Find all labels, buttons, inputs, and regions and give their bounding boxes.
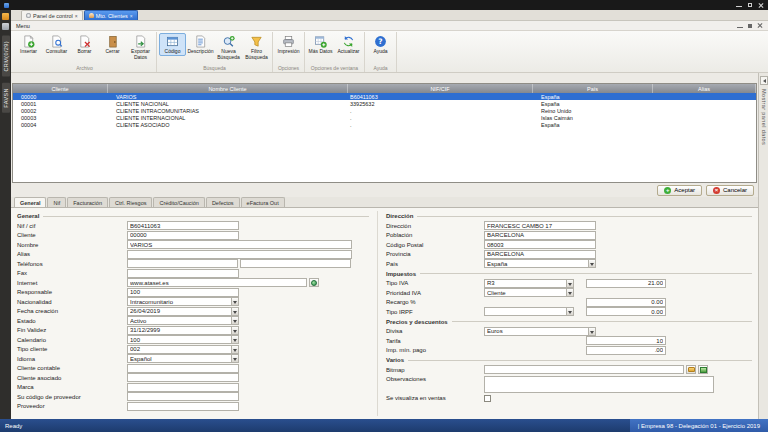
bitmap-input[interactable] xyxy=(484,365,684,374)
idioma-select[interactable] xyxy=(127,354,239,363)
chevron-down-icon[interactable] xyxy=(231,297,239,306)
exportar-datos-button[interactable]: Exportar Datos xyxy=(127,33,154,61)
chevron-down-icon[interactable] xyxy=(231,326,239,335)
dock-tab-crm[interactable]: CRM(0/29) xyxy=(2,36,10,77)
estado-select[interactable] xyxy=(127,316,239,325)
open-url-button[interactable] xyxy=(309,278,319,287)
telefono1-input[interactable] xyxy=(127,259,238,268)
chevron-down-icon[interactable] xyxy=(231,345,239,354)
proveedor-input[interactable] xyxy=(127,402,239,411)
minimize-icon[interactable] xyxy=(736,2,742,8)
estado-value[interactable] xyxy=(127,316,231,325)
su-codigo-proveedor-input[interactable] xyxy=(127,392,239,401)
tab-close-icon[interactable]: × xyxy=(130,13,133,19)
importe-minimo-pago-input[interactable] xyxy=(586,346,666,355)
dock-tool-icon[interactable] xyxy=(2,23,9,30)
column-header-nombre[interactable]: Nombre Cliente xyxy=(108,84,348,93)
close-icon[interactable] xyxy=(758,2,764,8)
codigo-button[interactable]: Código xyxy=(159,33,186,56)
chevron-down-icon[interactable] xyxy=(231,316,239,325)
mas-datos-button[interactable]: Más Datos xyxy=(307,33,334,56)
codigo-postal-input[interactable] xyxy=(484,240,596,249)
menu-item-menu[interactable]: Menu xyxy=(16,23,30,29)
tab-credito-caucion[interactable]: Crédito/Caución xyxy=(153,197,204,207)
idioma-value[interactable] xyxy=(127,354,231,363)
tipo-iva-select[interactable] xyxy=(484,279,574,288)
provincia-input[interactable] xyxy=(484,250,596,259)
cancel-button[interactable]: × Cancelar xyxy=(706,185,754,196)
actualizar-button[interactable]: Actualizar xyxy=(335,33,362,56)
alias-input[interactable] xyxy=(127,250,352,259)
column-header-nif[interactable]: NIF/CIF xyxy=(348,84,533,93)
visualiza-ventas-checkbox[interactable] xyxy=(484,395,491,402)
tab-facturacion[interactable]: Facturación xyxy=(67,197,108,207)
chevron-down-icon[interactable] xyxy=(231,354,239,363)
browse-file-button[interactable] xyxy=(686,365,696,374)
fecha-creacion-value[interactable] xyxy=(127,307,231,316)
view-image-button[interactable] xyxy=(698,365,708,374)
chevron-down-icon[interactable] xyxy=(566,307,574,316)
tipo-irpf-value[interactable] xyxy=(484,307,566,316)
prioridad-iva-select[interactable] xyxy=(484,288,574,297)
panel-strip-label[interactable]: Mostrar panel datos xyxy=(761,89,767,145)
chevron-down-icon[interactable] xyxy=(231,335,239,344)
chevron-down-icon[interactable] xyxy=(566,288,574,297)
nombre-input[interactable] xyxy=(127,240,352,249)
responsable-input[interactable] xyxy=(127,288,239,297)
tab-ctrl-riesgos[interactable]: Ctrl. Riesgos xyxy=(109,197,152,207)
column-header-pais[interactable]: País xyxy=(533,84,653,93)
nacionalidad-value[interactable] xyxy=(127,297,231,306)
tipo-iva-value[interactable] xyxy=(484,279,566,288)
chevron-down-icon[interactable] xyxy=(588,259,596,268)
prioridad-iva-value[interactable] xyxy=(484,288,566,297)
cliente-contable-input[interactable] xyxy=(127,364,239,373)
fin-validez-picker[interactable] xyxy=(127,326,239,335)
table-row[interactable]: 00002 CLIENTE INTRACOMUNITARIAS . Reino … xyxy=(13,107,756,114)
tab-efactura-out[interactable]: eFactura Out xyxy=(241,197,285,207)
recargo-input[interactable] xyxy=(586,298,666,307)
irpf-porcentaje-input[interactable] xyxy=(586,307,666,316)
tab-panel-de-control[interactable]: Panel de control × xyxy=(21,10,83,20)
fecha-creacion-picker[interactable] xyxy=(127,307,239,316)
direccion-input[interactable] xyxy=(484,221,596,230)
pais-value[interactable] xyxy=(484,259,588,268)
divisa-value[interactable] xyxy=(484,327,588,336)
impresion-button[interactable]: Impresión xyxy=(275,33,302,56)
tab-mto-clientes[interactable]: Mto. Clientes × xyxy=(84,10,138,20)
marca-input[interactable] xyxy=(127,383,239,392)
expand-panel-button[interactable] xyxy=(760,76,768,85)
tab-defectos[interactable]: Defectos xyxy=(206,197,240,207)
table-row[interactable]: 00000 VARIOS B60411063 España xyxy=(13,93,756,100)
fax-input[interactable] xyxy=(127,269,239,278)
tipo-irpf-select[interactable] xyxy=(484,307,574,316)
dock-tab-favsn[interactable]: FAVSN xyxy=(2,83,10,113)
poblacion-input[interactable] xyxy=(484,231,596,240)
filtro-busqueda-button[interactable]: Filtro Búsqueda xyxy=(243,33,270,61)
table-row[interactable]: 00004 CLIENTE ASOCIADO . España xyxy=(13,121,756,128)
insertar-button[interactable]: Insertar xyxy=(15,33,42,56)
cliente-asociado-input[interactable] xyxy=(127,373,239,382)
nacionalidad-select[interactable] xyxy=(127,297,239,306)
nif-cif-input[interactable] xyxy=(127,221,239,230)
nueva-busqueda-button[interactable]: Nueva Búsqueda xyxy=(215,33,242,61)
internet-input[interactable] xyxy=(127,278,307,287)
calendario-value[interactable] xyxy=(127,335,231,344)
mdi-minimize-icon[interactable] xyxy=(737,23,743,29)
calendario-select[interactable] xyxy=(127,335,239,344)
divisa-select[interactable] xyxy=(484,327,596,336)
chevron-down-icon[interactable] xyxy=(231,307,239,316)
chevron-down-icon[interactable] xyxy=(566,279,574,288)
table-row[interactable]: 00003 CLIENTE INTERNACIONAL . Islas Caim… xyxy=(13,114,756,121)
pais-select[interactable] xyxy=(484,259,596,268)
mdi-close-icon[interactable] xyxy=(757,23,763,29)
telefono2-input[interactable] xyxy=(240,259,351,268)
tab-close-icon[interactable]: × xyxy=(75,13,78,19)
observaciones-textarea[interactable] xyxy=(484,376,714,393)
table-row[interactable]: 00001 CLIENTE NACIONAL 33925632 España xyxy=(13,100,756,107)
tarifa-input[interactable] xyxy=(586,336,666,345)
cliente-input[interactable] xyxy=(127,231,239,240)
tab-general[interactable]: General xyxy=(14,197,46,207)
descripcion-button[interactable]: Descripción xyxy=(187,33,214,56)
tipo-cliente-select[interactable] xyxy=(127,345,239,354)
dock-app-icon[interactable] xyxy=(2,13,9,20)
